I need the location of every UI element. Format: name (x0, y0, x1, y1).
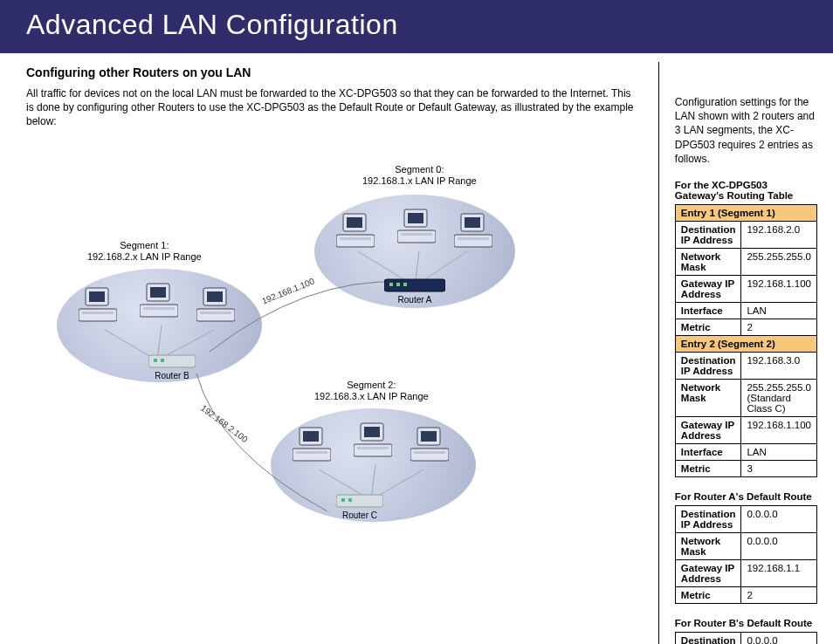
svg-rect-22 (140, 305, 178, 317)
entry-title: Entry 1 (Segment 1) (675, 204, 816, 221)
entry-header: Entry 1 (Segment 1) (675, 204, 816, 221)
pc-icon (196, 286, 235, 323)
table-row: Interface LAN (675, 443, 816, 460)
svg-rect-23 (143, 307, 175, 310)
row-value: 192.168.2.0 (741, 221, 817, 248)
router-a-icon: Router A (384, 276, 445, 305)
router-c-icon: Router C (336, 491, 383, 520)
pc-icon (336, 212, 375, 249)
row-value: 255.255.255.0 (741, 248, 817, 275)
table-row: Interface LAN (675, 302, 816, 319)
row-label: Network Mask (675, 248, 741, 275)
svg-rect-29 (154, 359, 157, 362)
row-value: 0.0.0.0 (741, 532, 817, 559)
svg-rect-45 (348, 498, 352, 502)
svg-rect-17 (89, 291, 105, 302)
gateway-table-caption: For the XC-DPG503 Gateway's Routing Tabl… (675, 180, 817, 201)
pc-icon (354, 421, 392, 458)
svg-rect-9 (465, 217, 480, 228)
svg-rect-5 (408, 213, 423, 223)
row-label: Gateway IP Address (675, 275, 741, 302)
svg-rect-7 (401, 233, 432, 236)
row-label: Metric (675, 586, 741, 603)
row-value: LAN (741, 302, 817, 319)
svg-rect-30 (161, 359, 164, 362)
svg-rect-40 (421, 431, 437, 442)
row-value: 192.168.1.1 (741, 559, 817, 586)
row-label: Destination IP Address (675, 352, 741, 379)
row-value: 0.0.0.0 (741, 505, 817, 532)
svg-rect-18 (79, 309, 117, 321)
pc-icon (293, 426, 331, 462)
row-label: Interface (675, 302, 741, 319)
routerB-table-caption: For Router B's Default Route (675, 618, 817, 628)
svg-rect-14 (396, 283, 400, 286)
routerA-table-caption: For Router A's Default Route (675, 491, 817, 502)
svg-rect-34 (296, 451, 327, 454)
row-value: 2 (741, 586, 817, 603)
row-label: Network Mask (675, 532, 741, 559)
entry-header: Entry 2 (Segment 2) (675, 335, 816, 352)
page-title: Advanced LAN Configuration (0, 0, 833, 53)
row-label: Gateway IP Address (675, 416, 741, 443)
svg-rect-44 (341, 498, 345, 502)
row-value: 3 (741, 460, 817, 476)
router-b-label: Router B (155, 371, 189, 380)
svg-rect-42 (414, 451, 445, 454)
table-row: Gateway IP Address 192.168.1.100 (675, 416, 816, 443)
row-label: Interface (675, 443, 741, 460)
svg-rect-38 (357, 447, 389, 449)
row-label: Gateway IP Address (675, 559, 741, 586)
svg-rect-33 (293, 449, 331, 461)
svg-rect-27 (200, 312, 231, 314)
svg-rect-32 (303, 431, 319, 442)
table-row: Metric 2 (675, 586, 816, 603)
row-value: 0.0.0.0 (741, 632, 817, 644)
row-label: Metric (675, 460, 741, 476)
table-row: Metric 2 (675, 319, 816, 335)
table-row: Destination IP Address 0.0.0.0 (675, 505, 816, 532)
pc-icon (410, 426, 449, 462)
router-b-icon: Router B (148, 352, 196, 380)
table-row: Destination IP Address 0.0.0.0 (675, 632, 816, 644)
table-row: Network Mask 0.0.0.0 (675, 532, 816, 559)
right-intro: Configuration settings for the LAN shown… (675, 95, 817, 166)
section-heading: Configuring other Routers on you LAN (26, 65, 634, 79)
row-label: Destination IP Address (675, 632, 741, 644)
router-a-label: Router A (398, 295, 432, 305)
svg-rect-15 (403, 283, 407, 286)
gateway-routing-table: Entry 1 (Segment 1) Destination IP Addre… (675, 204, 817, 477)
pc-icon (140, 282, 178, 319)
row-value: 192.168.3.0 (741, 352, 817, 379)
segment1-label: Segment 1:192.168.2.x LAN IP Range (87, 240, 202, 264)
pc-icon (397, 208, 436, 244)
wire-label-a-b: 192.168.1.100 (260, 276, 315, 305)
svg-rect-3 (340, 237, 371, 240)
svg-rect-25 (207, 291, 223, 302)
row-value: 192.168.1.100 (741, 416, 817, 443)
svg-rect-13 (389, 283, 393, 286)
svg-rect-10 (454, 235, 492, 247)
row-label: Destination IP Address (675, 221, 741, 248)
svg-rect-19 (82, 312, 114, 314)
svg-rect-12 (384, 279, 445, 291)
row-label: Network Mask (675, 379, 741, 416)
row-value: 255.255.255.0 (Standard Class C) (741, 379, 817, 416)
svg-rect-2 (336, 235, 375, 247)
row-value: LAN (741, 443, 817, 460)
table-row: Network Mask 255.255.255.0 (Standard Cla… (675, 379, 816, 416)
routerB-routing-table: Destination IP Address 0.0.0.0 Network M… (675, 632, 817, 644)
wire-label-b-c: 192.168.2.100 (199, 402, 250, 443)
row-label: Destination IP Address (675, 505, 741, 532)
segment0-label: Segment 0:192.168.1.x LAN IP Range (362, 164, 477, 188)
table-row: Gateway IP Address 192.168.1.100 (675, 275, 816, 302)
row-value: 192.168.1.100 (741, 275, 817, 302)
intro-paragraph: All traffic for devices not on the local… (26, 86, 634, 129)
table-row: Destination IP Address 192.168.3.0 (675, 352, 816, 379)
svg-rect-1 (347, 217, 362, 228)
svg-rect-6 (397, 230, 436, 243)
table-row: Network Mask 255.255.255.0 (675, 248, 816, 275)
network-diagram: 192.168.1.100 192.168.2.100 Segment 0:19… (26, 164, 515, 548)
svg-rect-26 (196, 309, 235, 321)
pc-icon (454, 212, 492, 249)
